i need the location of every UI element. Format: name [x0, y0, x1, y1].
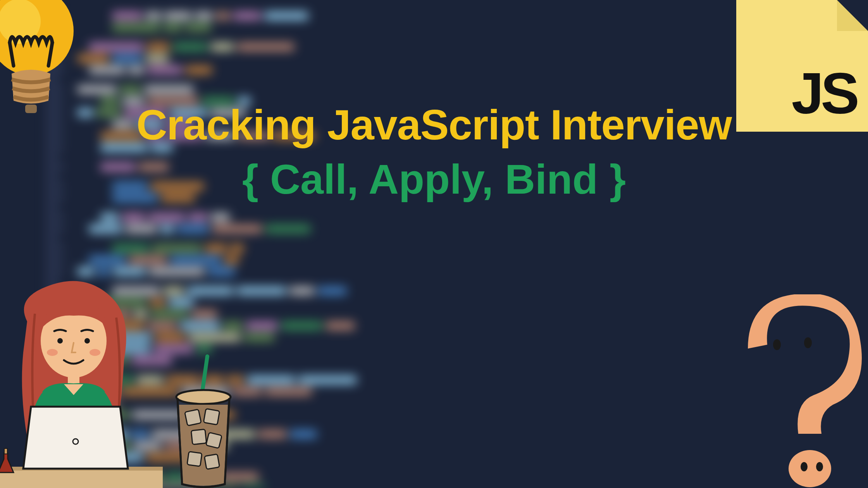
svg-rect-25: [206, 432, 222, 448]
svg-rect-19: [4, 448, 7, 454]
svg-rect-4: [25, 105, 37, 113]
svg-point-6: [804, 337, 812, 348]
lightbulb-icon: [0, 0, 81, 116]
title-main: Cracking JavaScript Interview: [136, 100, 732, 149]
svg-point-16: [90, 349, 100, 356]
iced-coffee-icon: [170, 352, 236, 488]
js-file-badge: JS: [736, 0, 868, 132]
js-badge-label: JS: [792, 64, 856, 122]
svg-rect-23: [203, 409, 220, 425]
svg-point-15: [47, 349, 58, 356]
svg-rect-10: [0, 469, 163, 488]
svg-rect-24: [191, 429, 207, 445]
title-sub: { Call, Apply, Bind }: [242, 155, 626, 203]
svg-rect-22: [185, 409, 202, 426]
svg-rect-26: [187, 452, 202, 466]
svg-point-8: [801, 462, 808, 471]
svg-point-21: [176, 390, 231, 404]
person-laptop-icon: [0, 275, 163, 488]
svg-rect-27: [204, 454, 219, 469]
svg-point-7: [789, 450, 831, 487]
svg-point-9: [816, 462, 823, 471]
svg-point-13: [57, 338, 63, 344]
svg-point-5: [773, 339, 781, 350]
svg-point-14: [84, 338, 90, 344]
question-mark-icon: [740, 294, 864, 488]
